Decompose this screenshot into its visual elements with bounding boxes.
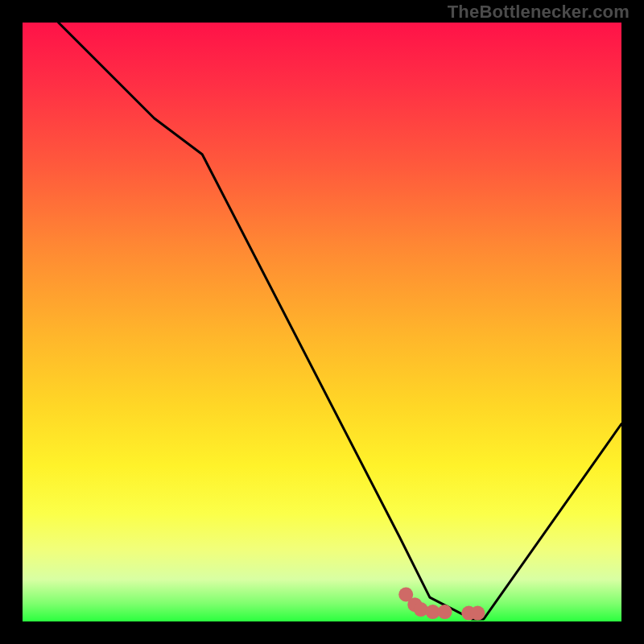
bottom-dot	[414, 602, 428, 617]
chart-overlay	[23, 23, 621, 621]
bottom-dot	[438, 605, 452, 619]
plot-area	[23, 23, 621, 621]
bottleneck-curve	[59, 23, 621, 619]
bottom-dot	[470, 606, 485, 621]
chart-frame: TheBottlenecker.com	[0, 0, 644, 644]
attribution-label: TheBottlenecker.com	[448, 2, 630, 23]
